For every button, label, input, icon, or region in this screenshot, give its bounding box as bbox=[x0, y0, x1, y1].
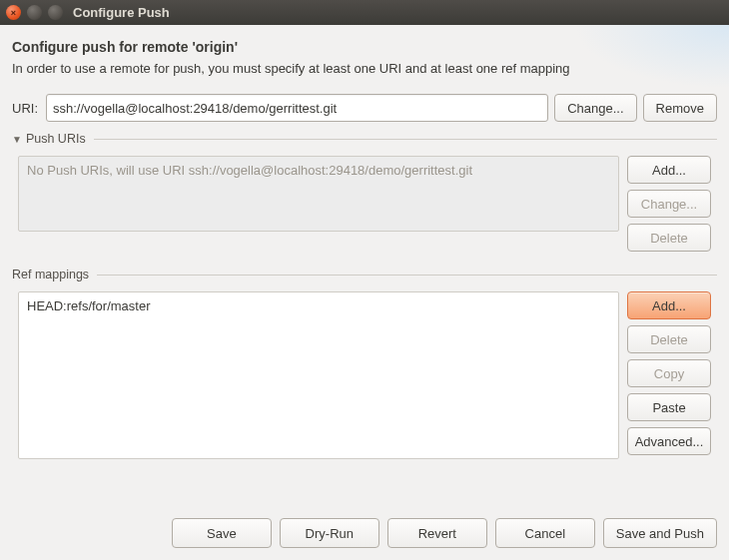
add-push-uri-button[interactable]: Add... bbox=[627, 156, 711, 184]
change-uri-button[interactable]: Change... bbox=[554, 94, 636, 122]
push-uris-placeholder: No Push URIs, will use URI ssh://vogella… bbox=[27, 163, 472, 178]
ref-mappings-list[interactable]: HEAD:refs/for/master bbox=[18, 291, 619, 459]
paste-ref-mapping-button[interactable]: Paste bbox=[627, 393, 711, 421]
change-push-uri-button: Change... bbox=[627, 190, 711, 218]
push-uris-title: Push URIs bbox=[26, 132, 86, 146]
close-icon[interactable]: × bbox=[6, 5, 21, 20]
ref-mappings-group: Ref mappings HEAD:refs/for/master Add...… bbox=[12, 268, 717, 465]
push-uris-header[interactable]: ▼ Push URIs bbox=[12, 132, 717, 146]
page-subtitle: In order to use a remote for push, you m… bbox=[12, 61, 717, 76]
copy-ref-mapping-button: Copy bbox=[627, 359, 711, 387]
save-and-push-button[interactable]: Save and Push bbox=[603, 518, 717, 548]
push-uris-group: ▼ Push URIs No Push URIs, will use URI s… bbox=[12, 132, 717, 258]
uri-label: URI: bbox=[12, 101, 38, 116]
save-button[interactable]: Save bbox=[172, 518, 272, 548]
page-title: Configure push for remote 'origin' bbox=[12, 39, 717, 55]
delete-push-uri-button: Delete bbox=[627, 224, 711, 252]
advanced-ref-mapping-button[interactable]: Advanced... bbox=[627, 427, 711, 455]
window-button-icon[interactable] bbox=[48, 5, 63, 20]
divider bbox=[94, 139, 717, 140]
cancel-button[interactable]: Cancel bbox=[495, 518, 595, 548]
revert-button[interactable]: Revert bbox=[387, 518, 487, 548]
ref-mappings-header: Ref mappings bbox=[12, 268, 717, 281]
chevron-down-icon: ▼ bbox=[12, 134, 22, 145]
list-item[interactable]: HEAD:refs/for/master bbox=[27, 298, 610, 313]
dry-run-button[interactable]: Dry-Run bbox=[280, 518, 379, 548]
add-ref-mapping-button[interactable]: Add... bbox=[627, 291, 711, 319]
divider bbox=[97, 275, 717, 276]
dialog-footer: Save Dry-Run Revert Cancel Save and Push bbox=[12, 510, 717, 552]
window-controls: × bbox=[6, 5, 63, 20]
minimize-icon[interactable] bbox=[27, 5, 42, 20]
window-title: Configure Push bbox=[73, 5, 170, 20]
uri-row: URI: Change... Remove bbox=[12, 94, 717, 122]
remove-uri-button[interactable]: Remove bbox=[643, 94, 717, 122]
uri-input[interactable] bbox=[46, 94, 548, 122]
delete-ref-mapping-button: Delete bbox=[627, 325, 711, 353]
push-uris-list[interactable]: No Push URIs, will use URI ssh://vogella… bbox=[18, 156, 619, 232]
ref-mappings-title: Ref mappings bbox=[12, 268, 89, 281]
title-bar: × Configure Push bbox=[0, 0, 729, 25]
